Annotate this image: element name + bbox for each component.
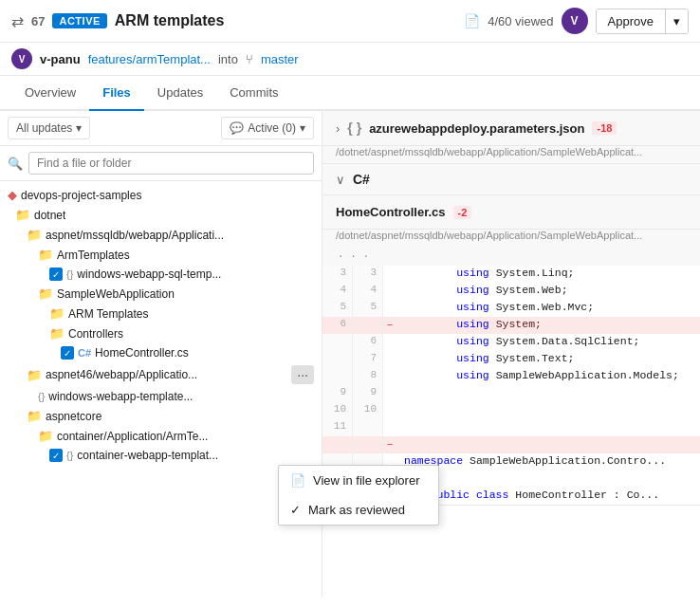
new-line-num [353,419,383,436]
new-line-num [353,436,383,453]
file-section-1: › { } azurewebappdeploy.parameters.json … [322,111,700,164]
tree-armtemplates[interactable]: 📁 ArmTemplates [0,245,322,265]
line-marker [383,385,396,402]
chevron-down-icon2: ▾ [300,121,305,135]
approve-button-group[interactable]: Approve ▾ [596,9,689,34]
tree-container-app[interactable]: 📁 container/Application/ArmTe... [0,426,322,446]
folder-icon: 📁 [15,208,30,222]
code-dots: · · · [322,247,700,266]
tree-label: SampleWebApplication [57,287,175,301]
code-content: using System.Web.Mvc; [396,300,700,317]
file-header-2: HomeController.cs -2 [322,195,700,230]
active-badge: ACTIVE [52,13,106,28]
checkbox: ✓ [61,346,74,360]
file-explorer-icon: 📄 [290,473,305,488]
avatar: V [562,8,588,34]
file1-path: /dotnet/aspnet/mssqldb/webapp/Applicatio… [322,146,700,163]
tree-windows-sql[interactable]: ✓ {} windows-webapp-sql-temp... [0,265,322,284]
tree-label: container-webapp-templat... [77,449,218,462]
tree-root[interactable]: ◆ devops-project-samples [0,185,322,205]
old-line-num: 9 [322,385,353,402]
code-content: using System.Data.SqlClient; [396,334,700,351]
file1-name: azurewebappdeploy.parameters.json [369,121,584,136]
line-marker [383,351,396,368]
branch-icon: ⑂ [246,52,253,66]
code-content: using System.Text; [396,351,700,368]
line-marker [383,419,396,436]
new-line-num: 9 [353,385,383,402]
approve-dropdown-btn[interactable]: ▾ [666,9,688,33]
collapse-icon-2[interactable]: ∨ [336,173,345,187]
code-content: using System.Web; [396,283,700,300]
checkbox: ✓ [49,268,63,281]
new-line-num: 8 [353,368,383,385]
json-icon: {} [66,268,73,280]
tab-commits[interactable]: Commits [216,76,291,111]
context-menu-item-explorer[interactable]: 📄 View in file explorer [279,466,322,495]
tab-updates[interactable]: Updates [144,76,216,111]
code-content: using SampleWebApplication.Models; [396,368,700,385]
search-input[interactable] [28,152,314,175]
file2-path: /dotnet/aspnet/mssqldb/webapp/Applicatio… [322,230,700,247]
tree-container-webapp[interactable]: ✓ {} container-webapp-templat... [0,446,322,465]
code-content: using System.Linq; [396,266,700,283]
tab-overview[interactable]: Overview [11,76,89,111]
code-row-7: 7 using System.Text; [322,351,700,368]
branch-from[interactable]: features/armTemplat... [88,52,211,66]
tree-aspnet46[interactable]: 📁 aspnet46/webapp/Applicatio... ··· [0,362,322,387]
tree-label: dotnet [34,209,65,222]
code-content: using System; [396,317,700,334]
lang-badge: C# [353,172,370,187]
old-line-num: 6 [322,317,353,334]
approve-button[interactable]: Approve [597,9,666,33]
tree-arm-templates2[interactable]: 📁 ARM Templates [0,304,322,323]
line-marker [383,283,396,300]
old-line-num [322,436,353,453]
tree-windows-webapp[interactable]: {} windows-webapp-template... [0,387,322,406]
line-marker-del2: − [383,436,396,453]
tabs-bar: Overview Files Updates Commits [0,76,700,111]
pr-icon: ⇄ [11,12,24,30]
search-bar: 🔍 [0,146,322,181]
tree-controllers[interactable]: 📁 Controllers [0,323,322,343]
code-row-5: 5 5 using System.Web.Mvc; [322,300,700,317]
context-menu-label: View in file explorer [313,473,322,488]
json-icon: {} [66,450,73,461]
collapse-icon-1[interactable]: › [336,121,340,136]
tree-label: aspnet46/webapp/Applicatio... [46,368,197,381]
folder-icon: 📁 [38,429,53,443]
tree-label: ARM Templates [68,307,148,321]
tree-homecontroller[interactable]: ✓ C# HomeController.cs [0,343,322,362]
all-updates-btn[interactable]: All updates ▾ [8,117,90,139]
omit-label: · · · [330,249,369,264]
tree-dotnet[interactable]: 📁 dotnet [0,205,322,225]
line-marker [383,266,396,283]
active-comment-btn[interactable]: 💬 Active (0) ▾ [221,117,314,139]
tree-aspnetcore[interactable]: 📁 aspnetcore [0,406,322,426]
root-icon: ◆ [8,188,17,202]
tab-files[interactable]: Files [89,76,144,111]
tree-aspnet[interactable]: 📁 aspnet/mssqldb/webapp/Applicati... [0,225,322,245]
branch-to[interactable]: master [261,52,299,66]
active-count-label: Active (0) [248,121,296,135]
file-icon: 📄 [464,13,480,28]
new-line-num: 10 [353,402,383,419]
old-line-num [322,334,353,351]
top-bar-right: 📄 4/60 viewed V Approve ▾ [464,8,689,34]
checkbox: ✓ [49,449,63,462]
code-row-4: 4 4 using System.Web; [322,283,700,300]
context-menu-item-reviewed[interactable]: ✓ Mark as reviewed [279,495,322,525]
context-menu-btn[interactable]: ··· [291,365,314,384]
line-marker [383,402,396,419]
tree-label: HomeController.cs [95,346,189,360]
code-row-10: 10 10 [322,402,700,419]
comment-icon: 💬 [230,121,244,135]
chevron-down-icon: ▾ [76,121,82,135]
tree-label: container/Application/ArmTe... [57,430,208,443]
folder-icon: 📁 [49,306,64,321]
tree-samplewebapp[interactable]: 📁 SampleWebApplication [0,284,322,304]
code-row-6-del: 6 − using System; [322,317,700,334]
old-line-num [322,368,353,385]
line-marker [383,334,396,351]
old-line-num: 3 [322,266,353,283]
